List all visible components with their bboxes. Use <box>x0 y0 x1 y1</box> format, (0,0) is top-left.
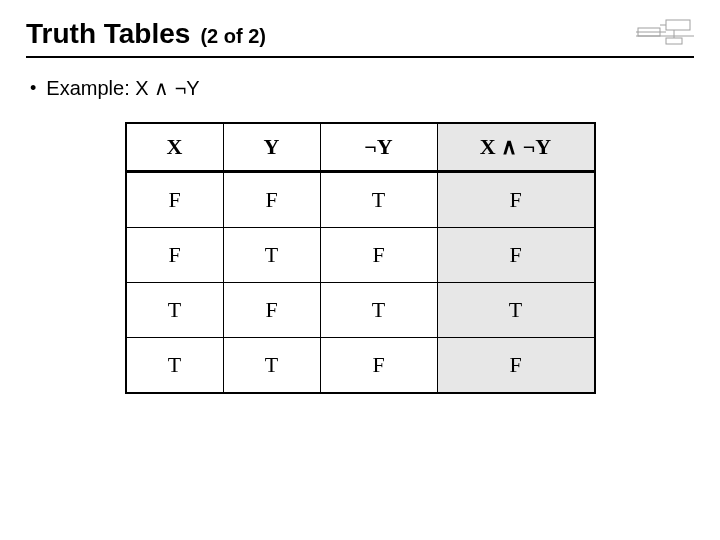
cell-result: T <box>437 283 595 338</box>
table-row: F T F F <box>126 228 595 283</box>
table-header-row: X Y ¬Y X ∧ ¬Y <box>126 123 595 172</box>
cell-not-y: F <box>320 338 437 394</box>
page-title-suffix: (2 of 2) <box>200 25 266 48</box>
cell-x: T <box>126 283 224 338</box>
cell-not-y: F <box>320 228 437 283</box>
cell-x: F <box>126 228 224 283</box>
cell-y: T <box>223 228 320 283</box>
cell-y: F <box>223 172 320 228</box>
svg-rect-2 <box>666 38 682 44</box>
col-header-result: X ∧ ¬Y <box>437 123 595 172</box>
bullet-text: Example: X ∧ ¬Y <box>46 76 199 100</box>
table-row: F F T F <box>126 172 595 228</box>
col-header-not-y: ¬Y <box>320 123 437 172</box>
computer-diagram-icon <box>636 18 694 48</box>
title-block: Truth Tables (2 of 2) <box>26 18 266 50</box>
svg-rect-0 <box>666 20 690 30</box>
cell-not-y: T <box>320 283 437 338</box>
slide: Truth Tables (2 of 2) • Example: X ∧ ¬Y … <box>0 0 720 394</box>
table-row: T T F F <box>126 338 595 394</box>
truth-table-container: X Y ¬Y X ∧ ¬Y F F T F F T F F <box>26 122 694 394</box>
truth-table: X Y ¬Y X ∧ ¬Y F F T F F T F F <box>125 122 596 394</box>
cell-not-y: T <box>320 172 437 228</box>
cell-result: F <box>437 228 595 283</box>
col-header-y: Y <box>223 123 320 172</box>
cell-y: F <box>223 283 320 338</box>
cell-x: T <box>126 338 224 394</box>
bullet-dot-icon: • <box>30 79 36 97</box>
table-row: T F T T <box>126 283 595 338</box>
col-header-x: X <box>126 123 224 172</box>
title-underline <box>26 56 694 58</box>
cell-y: T <box>223 338 320 394</box>
page-title: Truth Tables <box>26 18 190 50</box>
slide-header: Truth Tables (2 of 2) <box>26 18 694 50</box>
cell-result: F <box>437 338 595 394</box>
cell-x: F <box>126 172 224 228</box>
bullet-item: • Example: X ∧ ¬Y <box>30 76 694 100</box>
cell-result: F <box>437 172 595 228</box>
